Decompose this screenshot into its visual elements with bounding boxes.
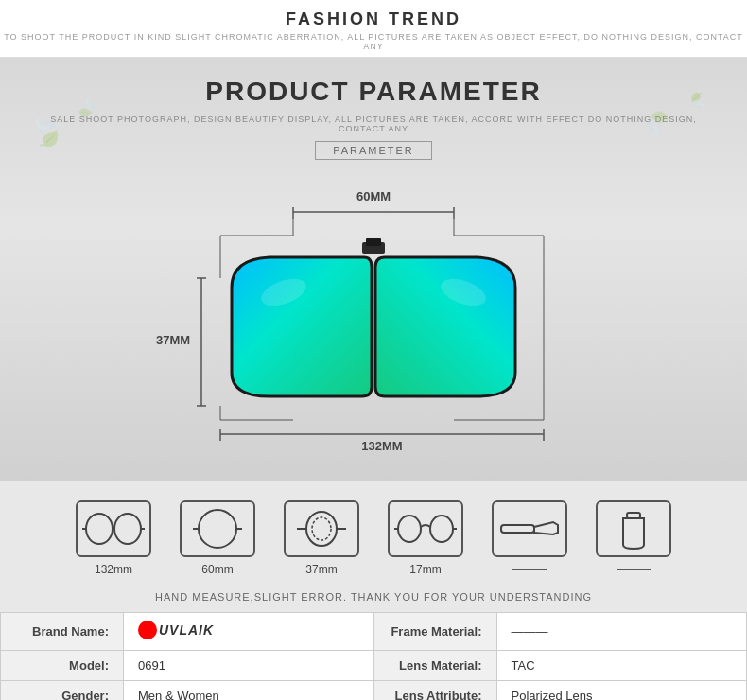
icon-box-37mm [284,500,359,557]
icon-box-60mm [180,500,255,557]
measure-note: HAND MEASURE,SLIGHT ERROR. THANK YOU FOR… [0,584,747,607]
dimension-svg: 60MM 37MM [137,179,610,463]
icon-box-132mm [76,500,151,557]
label-model: Model: [1,651,124,681]
dim-132mm-label: 132MM [361,439,402,453]
page-header: FASHION TREND TO SHOOT THE PRODUCT IN KI… [0,0,747,58]
value-frame-material: ——— [496,613,747,651]
svg-rect-20 [366,238,381,246]
icon-item-temple: ——— [492,500,567,576]
dimension-diagram: 60MM 37MM [137,179,610,463]
table-row-gender: Gender: Men & Women Lens Attribute: Pola… [1,681,747,701]
deco-leaf-3: 🍃 [637,104,676,143]
value-brand: UVLAIK [124,613,374,651]
icon-label-37mm: 37mm [305,563,337,576]
brand-text: UVLAIK [159,622,214,638]
icon-row: 132mm 60mm 37mm [19,486,728,584]
icon-label-temple: ——— [512,563,547,576]
svg-point-34 [398,516,421,542]
header-title: FASHION TREND [0,9,747,29]
icon-item-132mm: 132mm [76,500,151,576]
label-frame-material: Frame Material: [374,613,496,651]
value-gender: Men & Women [124,681,374,701]
icon-item-60mm: 60mm [180,500,255,576]
specs-table: Brand Name: UVLAIK Frame Material: ——— M… [0,612,747,700]
header-subtitle: TO SHOOT THE PRODUCT IN KIND SLIGHT CHRO… [0,32,747,51]
svg-point-35 [430,516,453,542]
dim-37mm-label: 37MM [156,333,190,347]
icon-label-nose: ——— [617,563,651,576]
svg-rect-38 [501,525,534,533]
dim-60mm-label: 60MM [356,189,391,203]
label-brand: Brand Name: [1,613,124,651]
icon-box-temple [492,500,567,557]
svg-point-24 [114,514,141,544]
label-lens-material: Lens Material: [374,651,496,681]
brand-circle [138,621,157,639]
value-lens-material: TAC [496,651,747,681]
label-gender: Gender: [1,681,124,701]
icon-label-17mm: 17mm [409,563,441,576]
icon-box-nose [596,500,671,557]
brand-logo: UVLAIK [138,621,214,639]
icon-item-37mm: 37mm [284,500,359,576]
icon-label-132mm: 132mm [95,563,132,576]
value-lens-attribute: Polarized Lens [496,681,747,701]
table-row-brand: Brand Name: UVLAIK Frame Material: ——— [1,613,747,651]
product-param-section: 🍃 🍃 🍃 🍃 PRODUCT PARAMETER SALE SHOOT PHO… [0,58,747,481]
label-lens-attribute: Lens Attribute: [374,681,496,701]
value-model: 0691 [124,651,374,681]
param-title: PRODUCT PARAMETER [38,77,709,107]
icon-item-nose: ——— [596,500,671,576]
svg-point-31 [312,517,331,540]
param-subtitle: SALE SHOOT PHOTOGRAPH, DESIGN BEAUTIFY D… [38,114,709,133]
svg-point-23 [86,514,113,544]
icon-label-60mm: 60mm [201,563,233,576]
icon-box-17mm [388,500,463,557]
svg-point-27 [199,510,236,548]
icon-item-17mm: 17mm [388,500,463,576]
table-row-model: Model: 0691 Lens Material: TAC [1,651,747,681]
param-badge: PARAMETER [315,141,432,160]
